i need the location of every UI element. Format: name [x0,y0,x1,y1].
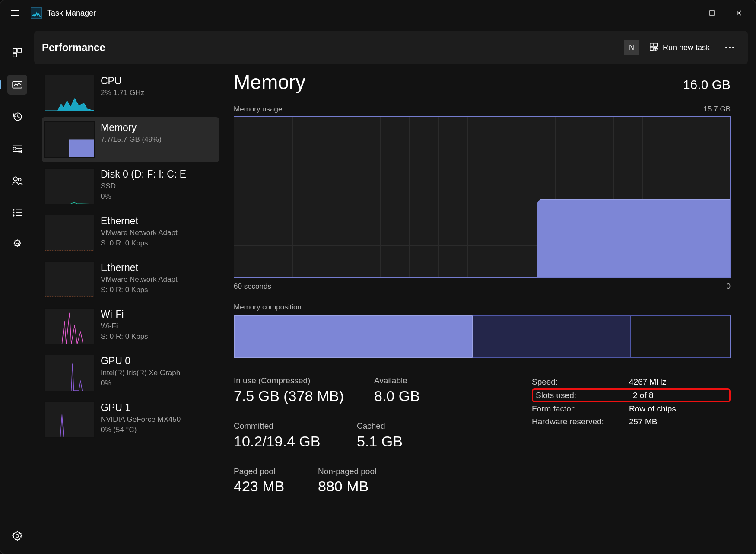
comp-in-use [234,315,472,358]
paged-value: 423 MB [234,477,305,496]
eth2-thumb [44,261,95,298]
svg-rect-7 [13,48,17,52]
nav-processes[interactable] [7,43,27,63]
svg-rect-27 [650,47,653,50]
task-manager-window: Task Manager [0,0,756,554]
paged-label: Paged pool [234,466,305,477]
titlebar: Task Manager [0,0,756,25]
more-button[interactable] [719,40,740,55]
svg-point-18 [13,212,14,213]
svg-point-17 [13,209,14,210]
row-slots-used: Slots used: 2 of 8 [532,388,731,402]
hamburger-button[interactable] [4,2,26,24]
sidebar-item-memory[interactable]: Memory7.7/15.7 GB (49%) [42,117,219,162]
composition-label: Memory composition [234,303,731,312]
inuse-label: In use (Compressed) [234,376,361,386]
svg-point-33 [732,47,734,48]
nav-history[interactable] [7,107,27,127]
usage-chart-max: 15.7 GB [704,105,731,114]
detail-title: Memory [234,70,305,94]
committed-value: 10.2/19.4 GB [234,432,344,451]
total-memory: 16.0 GB [683,77,731,92]
comp-standby [472,315,631,358]
nav-services[interactable] [7,235,27,255]
app-title: Task Manager [47,9,96,18]
run-task-icon [649,42,658,54]
resource-list: CPU2% 1.71 GHz Memory7.7/15.7 GB (49%) D… [42,70,219,554]
usage-chart-label: Memory usage [234,105,282,114]
svg-point-24 [16,535,19,538]
run-task-label: Run new task [663,43,710,52]
svg-rect-26 [654,43,657,46]
svg-point-19 [13,215,14,216]
cached-value: 5.1 GB [357,432,403,451]
committed-label: Committed [234,421,344,432]
available-value: 8.0 GB [374,386,420,405]
cached-label: Cached [357,421,403,432]
app-icon [31,7,42,19]
disk-thumb [44,168,95,204]
svg-point-23 [16,243,19,246]
sidebar-item-wifi[interactable]: Wi-FiWi-FiS: 0 R: 0 Kbps [42,304,219,349]
gpu1-thumb [44,401,95,438]
nav-performance[interactable] [7,75,27,95]
nav-details[interactable] [7,203,27,223]
nav-users[interactable] [7,171,27,191]
nonpaged-label: Non-paged pool [318,466,376,477]
available-label: Available [374,376,420,386]
xaxis-left: 60 seconds [234,282,271,291]
memory-info-table: Speed: 4267 MHz Slots used: 2 of 8 Form … [532,376,731,428]
wifi-thumb [44,308,95,344]
sidebar-item-disk0[interactable]: Disk 0 (D: F: I: C: ESSD0% [42,164,219,209]
eth1-thumb [44,215,95,251]
user-badge[interactable]: N [624,40,639,55]
row-form-factor: Form factor: Row of chips [532,402,731,415]
svg-rect-25 [650,43,653,46]
window-controls [672,3,752,23]
sidebar-item-gpu1[interactable]: GPU 1NVIDIA GeForce MX4500% (54 °C) [42,397,219,442]
run-new-task-button[interactable]: Run new task [645,39,713,56]
memory-usage-chart [234,116,731,278]
svg-point-16 [18,178,21,181]
inuse-value: 7.5 GB (378 MB) [234,386,361,405]
memory-composition-chart [234,315,731,358]
svg-point-12 [13,147,16,150]
gpu0-thumb [44,355,95,391]
row-hardware-reserved: Hardware reserved: 257 MB [532,415,731,428]
svg-rect-34 [69,140,94,157]
svg-point-15 [13,177,17,181]
minimize-button[interactable] [672,3,699,23]
memory-thumb [44,121,95,158]
nav-rail [0,25,34,554]
comp-free [631,315,730,358]
sidebar-item-gpu0[interactable]: GPU 0Intel(R) Iris(R) Xe Graphi0% [42,350,219,395]
svg-point-32 [729,47,731,48]
svg-rect-4 [710,11,714,15]
sidebar-item-cpu[interactable]: CPU2% 1.71 GHz [42,70,219,115]
close-button[interactable] [725,3,752,23]
section-header: Performance N Run new task [34,31,748,64]
row-speed: Speed: 4267 MHz [532,376,731,388]
xaxis-right: 0 [727,282,731,291]
svg-point-31 [725,47,727,48]
maximize-button[interactable] [699,3,725,23]
svg-rect-9 [13,53,17,57]
svg-rect-8 [18,48,22,52]
memory-detail-pane: Memory 16.0 GB Memory usage 15.7 GB [234,70,751,554]
section-title: Performance [42,41,105,54]
sidebar-item-ethernet-2[interactable]: EthernetVMware Network AdaptS: 0 R: 0 Kb… [42,257,219,302]
cpu-thumb [44,75,95,111]
nav-settings[interactable] [7,526,27,546]
nonpaged-value: 880 MB [318,477,376,496]
nav-startup[interactable] [7,139,27,159]
sidebar-item-ethernet-1[interactable]: EthernetVMware Network AdaptS: 0 R: 0 Kb… [42,210,219,255]
